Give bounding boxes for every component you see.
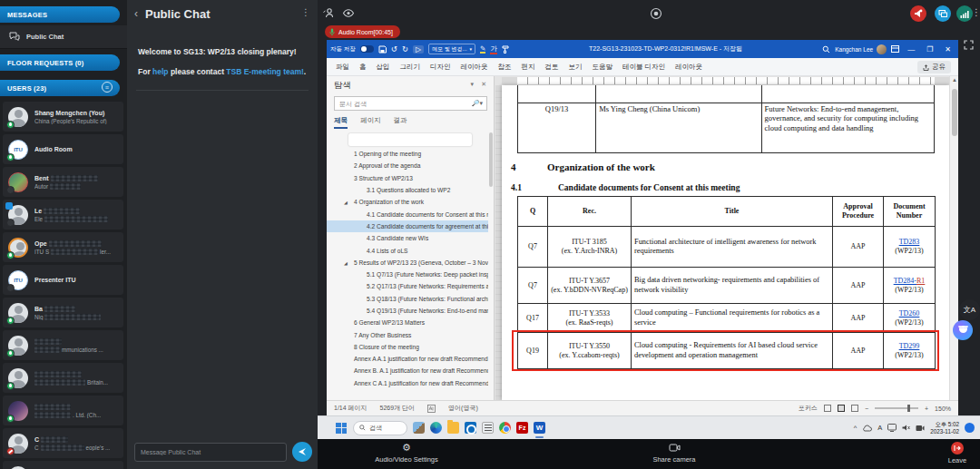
zoom-level[interactable]: 150% (935, 405, 951, 412)
ribbon-tab-1[interactable]: 홈 (359, 63, 367, 72)
tsb-team-link[interactable]: TSB E-meeting team! (226, 67, 304, 76)
nav-search-icon[interactable]: 🔎▾ (472, 100, 483, 107)
widgets-taskbar-icon[interactable] (413, 422, 425, 434)
font-color-icon[interactable]: 가 (490, 44, 497, 54)
account-chip[interactable]: Kangchan Lee (835, 44, 887, 54)
td-document-revision-link[interactable]: R1 (916, 277, 925, 285)
user-list-item[interactable]: OpeITU Sler... (3, 232, 123, 262)
back-chevron-icon[interactable]: ‹ (134, 7, 138, 20)
highlighter-icon[interactable]: ✎ (480, 44, 485, 54)
tracking-dropdown[interactable]: 메모 및 변경...▾ (428, 44, 475, 54)
nav-tab-결과[interactable]: 결과 (394, 116, 407, 129)
stage-overflow-menu-icon[interactable]: ⋮ (972, 7, 980, 17)
ribbon-tab-3[interactable]: 그리기 (400, 63, 421, 72)
file-explorer-taskbar-icon[interactable] (447, 422, 459, 434)
fullscreen-expand-icon[interactable] (964, 40, 974, 50)
user-list-item[interactable]: CCeople's ... (3, 428, 123, 458)
zoom-slider[interactable] (875, 407, 918, 409)
nav-heading-item[interactable]: 4.3 Candidate new WIs (327, 232, 488, 244)
nav-heading-item[interactable]: 4.1 Candidate documents for Consent at t… (327, 208, 488, 220)
leave-button[interactable]: Leave (907, 442, 980, 464)
ribbon-display-options-icon[interactable] (891, 45, 899, 53)
nav-heading-item[interactable]: ◢4 Organization of the work (327, 196, 488, 208)
ribbon-tab-4[interactable]: 디자인 (430, 63, 451, 72)
user-list-item[interactable]: . Ltd. (Ch... (3, 396, 123, 425)
nav-item-blank[interactable] (327, 132, 488, 148)
ribbon-tab-10[interactable]: 도움말 (593, 63, 613, 72)
participant-icon[interactable] (323, 7, 336, 20)
collapse-arrow-icon[interactable]: ◢ (344, 200, 348, 205)
nav-heading-item[interactable]: ◢5 Results of WP2/13 23 (Geneva, October… (327, 257, 488, 269)
send-message-button[interactable] (292, 442, 312, 462)
td-document-link[interactable]: TD283 (899, 238, 920, 246)
nav-tab-페이지[interactable]: 페이지 (360, 116, 381, 129)
nav-heading-item[interactable]: 6 General WP2/13 Matters (327, 317, 488, 328)
announcement-button[interactable] (910, 5, 926, 22)
collapse-arrow-icon[interactable]: ◢ (344, 260, 348, 266)
nav-heading-item[interactable]: 7 Any Other Business (327, 328, 488, 340)
nav-heading-item[interactable]: 1 Opening of the meeting (327, 148, 488, 160)
ribbon-tab-0[interactable]: 파일 (336, 63, 349, 72)
document-scrollbar[interactable]: ▲ (949, 76, 958, 400)
viewers-eye-icon[interactable] (342, 7, 355, 20)
nav-heading-item[interactable]: 8 Closure of the meeting (327, 341, 488, 353)
page-indicator[interactable]: 1/14 페이지 (334, 404, 368, 413)
td-document-link[interactable]: TD299 (899, 342, 920, 350)
nav-heading-item[interactable]: Annex B. A.1 justification for new draft… (327, 365, 488, 376)
save-icon[interactable] (378, 45, 387, 54)
audio-room-badge[interactable]: Audio Room[00:45] (325, 25, 400, 38)
translate-fab-icon[interactable]: 文A (959, 299, 980, 320)
ribbon-tab-11[interactable]: 테이블 디자인 (622, 63, 665, 72)
td-document-link[interactable]: TD260 (899, 309, 920, 318)
format-painter-icon[interactable] (502, 45, 509, 54)
user-list-item[interactable]: Han Juanqi (3, 461, 123, 469)
nav-heading-item[interactable]: 4.4 Lists of oLS (327, 244, 488, 256)
proofing-icon[interactable] (427, 405, 436, 413)
user-list-item[interactable]: mmunications ... (3, 330, 123, 360)
ribbon-tab-7[interactable]: 편지 (522, 63, 535, 72)
assistant-fab-icon[interactable] (953, 320, 973, 340)
nav-pane-scrollbar[interactable] (489, 132, 493, 187)
ime-indicator[interactable]: A (877, 424, 882, 432)
chat-menu-icon[interactable]: ⋮ (301, 7, 310, 17)
user-list-item[interactable]: BaNig (3, 298, 123, 327)
web-layout-icon[interactable] (851, 405, 858, 412)
screen-share-button[interactable] (935, 5, 951, 22)
tray-chevron-icon[interactable]: ^ (854, 424, 858, 432)
nav-heading-item[interactable]: 5.1 Q7/13 (Future Networks: Deep packet … (327, 269, 488, 280)
nav-heading-item[interactable]: 5.2 Q17/13 (Future Networks: Requirement… (327, 280, 488, 292)
word-taskbar-icon[interactable]: W (534, 422, 545, 434)
taskbar-clock[interactable]: 오후 5:02 2023-11-02 (930, 421, 959, 435)
share-camera-button[interactable]: Share camera (624, 442, 724, 464)
user-list-item[interactable]: BentAutor (3, 167, 123, 197)
zoom-out-icon[interactable]: − (865, 405, 868, 412)
read-aloud-icon[interactable]: ▷ (413, 45, 424, 54)
restore-button[interactable]: ❐ (923, 45, 936, 54)
share-button[interactable]: 공유 (917, 61, 951, 73)
nav-pane-close-icon[interactable]: ✕ (481, 81, 486, 88)
word-count[interactable]: 5269개 단어 (380, 404, 416, 413)
user-list-item[interactable]: Shang Mengchen (You)China (People's Repu… (3, 102, 123, 132)
autosave-toggle[interactable] (360, 45, 374, 53)
zoom-in-icon[interactable]: + (925, 405, 928, 412)
focus-mode-label[interactable]: 포커스 (799, 404, 818, 413)
user-list-item[interactable]: Britain... (3, 363, 123, 393)
document-search-input[interactable] (334, 96, 487, 111)
nav-heading-item[interactable]: Annex A A.1 justification for new draft … (327, 353, 488, 365)
edge-taskbar-icon[interactable] (430, 422, 442, 434)
nav-heading-item[interactable]: 3.1 Questions allocated to WP2 (327, 184, 488, 196)
ribbon-tab-9[interactable]: 보기 (569, 63, 583, 72)
search-icon[interactable] (822, 45, 830, 54)
chat-message-input[interactable] (134, 443, 287, 462)
user-list-item[interactable]: ITUPresenter ITU (3, 265, 123, 295)
undo-icon[interactable]: ↺ (391, 44, 397, 54)
filezilla-taskbar-icon[interactable]: Fz (516, 422, 528, 434)
nav-pane-dropdown-icon[interactable]: ▾ (470, 81, 474, 88)
chrome-taskbar-icon[interactable] (499, 422, 511, 434)
nav-heading-item[interactable]: 2 Approval of the agenda (327, 160, 488, 171)
redo-icon[interactable]: ↻ (402, 44, 408, 54)
nav-heading-item[interactable]: Annex C A.1 justification for new draft … (327, 377, 488, 389)
user-list-filter-icon[interactable]: ≡ (102, 82, 113, 93)
close-button[interactable]: ✕ (941, 45, 955, 54)
cast-screen-icon[interactable] (887, 424, 897, 432)
